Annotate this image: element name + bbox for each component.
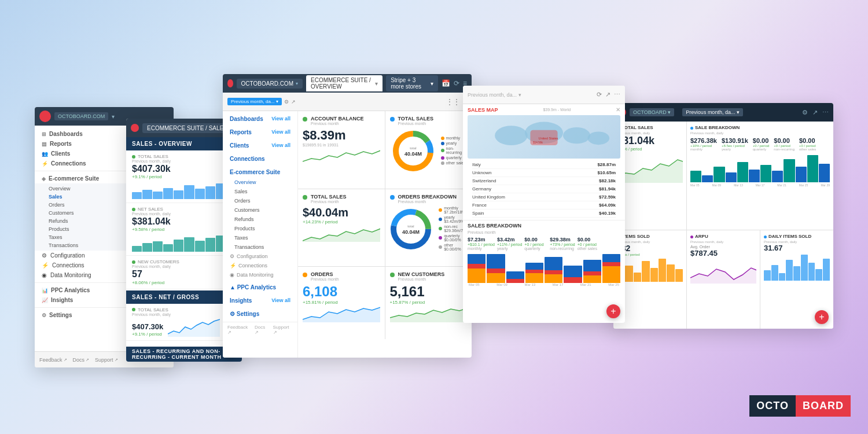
sb-quarterly: $0.00 +0 / period quarterly: [524, 237, 547, 251]
filter-btn[interactable]: ⚙: [284, 99, 289, 105]
nav-connections-label[interactable]: ⚡ Connections: [42, 160, 86, 167]
menu-sub-orders[interactable]: Orders: [223, 196, 297, 205]
p5-bar-chart: [690, 153, 830, 182]
feedback-footer[interactable]: Feedback ↗: [227, 325, 251, 335]
menu-sub-products[interactable]: Products: [223, 224, 297, 233]
docs-footer[interactable]: Docs ↗: [255, 325, 269, 335]
share-icon[interactable]: ⟳: [454, 79, 459, 87]
stacked-bar-chart: [468, 254, 620, 283]
p5-bm-nonrec: $0.00 +0 / period non-recurring: [774, 137, 795, 151]
p5-sb-dot: [690, 127, 693, 130]
period-icon[interactable]: 📅: [442, 79, 450, 87]
menu-connections2[interactable]: ⚡ Connections: [223, 261, 297, 270]
menu-config[interactable]: ⚙ Configuration: [223, 252, 297, 261]
menu-clients[interactable]: Clients View all: [223, 138, 297, 151]
widget-ab-header: ACCOUNT BALANCE Previous month: [303, 116, 380, 126]
menu-reports[interactable]: Reports View all: [223, 124, 297, 138]
sb-nonrecurring: $29.38m +73% / period non-recurring: [550, 237, 575, 251]
widget-nc-dot: [390, 273, 395, 277]
menu-dashboards[interactable]: Dashboards View all: [223, 111, 297, 124]
svg-marker-15: [390, 308, 468, 322]
menu-data-monitoring[interactable]: ◉ Data Monitoring: [223, 270, 297, 279]
p5-ts-chart: [617, 151, 683, 183]
p5-filter-icon[interactable]: ⚙: [802, 109, 808, 116]
mini-chart-2: [132, 234, 236, 252]
p3-nav: OCTOBOARD.COM ▾ ECOMMERCE SUITE / OVERVI…: [223, 74, 472, 93]
svg-text:United States: United States: [539, 137, 558, 140]
menu-sub-sales[interactable]: Sales: [223, 187, 297, 196]
sales-map-period: $39.9m - World: [543, 108, 571, 112]
p5-widget-grid: TOTAL SALES Previous month, daily $81.04…: [613, 122, 833, 329]
svg-marker-23: [617, 158, 683, 183]
svg-text:total: total: [410, 146, 416, 150]
menu-settings[interactable]: ⚙ Settings: [223, 306, 297, 319]
menu-ecommerce[interactable]: E-commerce Suite: [223, 164, 297, 178]
p4-more-icon[interactable]: ⋯: [614, 91, 620, 98]
menu-sub-taxes[interactable]: Taxes: [223, 233, 297, 242]
bar-col-2: [487, 254, 505, 283]
p4-refresh-icon[interactable]: ⟳: [597, 91, 602, 98]
nav-clients-label[interactable]: 👥 Clients: [42, 150, 70, 157]
nav-dashboards-label[interactable]: ⊞ Dashboards: [42, 131, 83, 137]
p4-period[interactable]: Previous month, da... ▾: [468, 92, 521, 98]
menu-sub-transactions[interactable]: Transactions: [223, 242, 297, 252]
p4-share-icon[interactable]: ↗: [605, 91, 610, 98]
nav-reports-label[interactable]: ▤ Reports: [42, 141, 72, 147]
country-unknown: Unknown $10.65m: [472, 169, 616, 177]
widget-total-sales-value: TOTAL SALES Previous month $40.04m +14.2…: [298, 189, 385, 267]
menu-connections[interactable]: Connections: [223, 151, 297, 164]
sidebar-domain[interactable]: OCTOBOARD.COM: [54, 112, 108, 120]
menu-insights[interactable]: Insights View all: [223, 293, 297, 306]
p5-bm-quarterly: $0.00 +0 / period quarterly: [753, 137, 770, 151]
tab2-arrow: ▾: [431, 80, 433, 87]
widget-orders-breakdown: ORDERS BREAKDOWN Previous month total 40…: [385, 189, 472, 267]
donut-orders-chart: total 40.04M: [388, 206, 434, 252]
p5-domain[interactable]: OCTOBOARD ▾: [630, 108, 674, 116]
svg-text:40.04M: 40.04M: [404, 151, 421, 157]
di-bar-chart: [764, 255, 830, 281]
p5-arpu: ARPU Previous month, daily Avg. Order $7…: [687, 230, 760, 329]
feedback-icon: ↗: [64, 358, 67, 362]
is-bar-chart: [617, 259, 683, 282]
donut-total-sales: total 40.04M monthly yearly non-recurrin…: [390, 128, 468, 174]
chart-dates: Mar 05 Mar 09 Mar 13 Mar 17 Mar 21 Mar 2…: [468, 283, 620, 286]
feedback-link[interactable]: Feedback ↗: [39, 357, 67, 363]
menu-sub-overview[interactable]: Overview: [223, 178, 297, 187]
period-badge[interactable]: Previous month, da... ▾: [227, 98, 282, 105]
p3-tab2[interactable]: Stripe + 3 more stores ▾: [386, 75, 438, 91]
p3-domain-arrow: ▾: [296, 81, 298, 86]
p3-domain[interactable]: OCTOBOARD.COM ▾: [237, 79, 303, 89]
p5-more-icon[interactable]: ⋯: [822, 109, 829, 116]
menu-sub-refunds[interactable]: Refunds: [223, 215, 297, 224]
share-btn[interactable]: ↗: [291, 99, 296, 105]
menu-footer: Feedback ↗ Docs ↗ Support ↗: [223, 322, 297, 337]
support-footer[interactable]: Support ↗: [273, 325, 293, 335]
p3-tab1[interactable]: ECOMMERCE SUITE / OVERVIEW ▾: [306, 75, 382, 91]
breakdown-metrics: $7.23m +$10.1 / period monthly $3.42m +1…: [468, 237, 620, 251]
docs-link[interactable]: Docs ↗: [73, 357, 90, 363]
octoboard-logo: OCTO BOARD: [749, 395, 851, 417]
reports-icon: ▤: [42, 141, 47, 147]
p4-fab[interactable]: +: [606, 304, 620, 318]
p5-share-icon[interactable]: ↗: [812, 109, 818, 116]
bar-col-8: [602, 254, 620, 283]
bar-col-6: [564, 266, 582, 283]
insights-label[interactable]: 📈 Insights: [42, 297, 73, 303]
settings-label[interactable]: ⚙ Settings: [42, 312, 72, 318]
p5-period[interactable]: Previous month, da... ▾: [682, 108, 743, 116]
country-switzerland: Switzerland $82.18k United States: $14.5…: [472, 177, 616, 185]
ppc-label[interactable]: 📊 PPC Analytics: [42, 287, 90, 293]
p5-fab[interactable]: +: [815, 310, 829, 324]
menu-ppc[interactable]: ▲ PPC Analytics: [223, 279, 297, 293]
p3-subnav: Previous month, da... ▾ ⚙ ↗ ⋮⋮⋮: [223, 93, 472, 111]
country-uk: United Kingdom $72.59k: [472, 193, 616, 201]
menu-sub-customers[interactable]: Customers: [223, 205, 297, 215]
sb-monthly: $7.23m +$10.1 / period monthly: [468, 237, 495, 251]
ecommerce-suite-label[interactable]: ◈ E-commerce Suite: [42, 175, 99, 182]
support-icon: ↗: [115, 358, 118, 362]
support-link[interactable]: Support ↗: [95, 357, 118, 363]
map-close-icon[interactable]: ✕: [616, 106, 620, 113]
bar-col-7: [583, 260, 601, 283]
p5-arpu-header: ARPU: [690, 234, 756, 240]
p3-widget-grid: ACCOUNT BALANCE Previous month $8.39m $1…: [298, 111, 472, 339]
